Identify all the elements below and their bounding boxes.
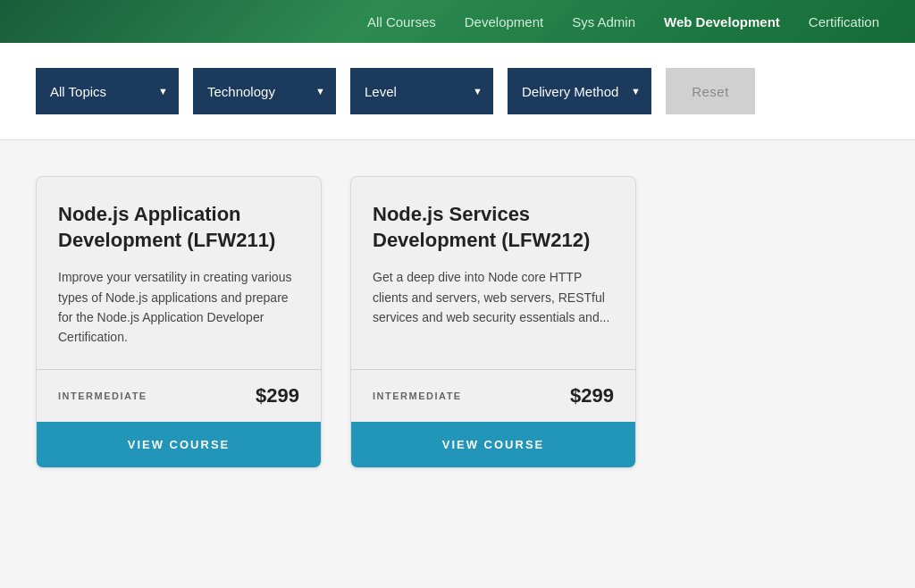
nav-development[interactable]: Development [465,4,543,40]
nav-web-development[interactable]: Web Development [664,4,780,40]
course-card-1: Node.js Application Development (LFW211)… [36,176,322,468]
filter-bar: All Topics Node.js JavaScript Technology… [0,43,915,140]
course-card-2: Node.js Services Development (LFW212) Ge… [350,176,636,468]
course-price-1: $299 [256,384,299,407]
nav-certification[interactable]: Certification [809,4,879,40]
level-select[interactable]: Level Beginner Intermediate Advanced [350,68,493,114]
card-body-2: Node.js Services Development (LFW212) Ge… [351,177,635,369]
card-body-1: Node.js Application Development (LFW211)… [37,177,321,369]
course-title-2: Node.js Services Development (LFW212) [373,202,614,253]
level-select-wrapper: Level Beginner Intermediate Advanced [350,68,493,114]
nav-sys-admin[interactable]: Sys Admin [572,4,635,40]
card-footer-1: INTERMEDIATE $299 [37,369,321,422]
view-course-button-1[interactable]: VIEW COURSE [37,422,321,467]
course-level-2: INTERMEDIATE [373,391,462,401]
course-desc-1: Improve your versatility in creating var… [58,267,299,348]
course-title-1: Node.js Application Development (LFW211) [58,202,299,253]
nav-all-courses[interactable]: All Courses [367,4,436,40]
view-course-button-2[interactable]: VIEW COURSE [351,422,635,467]
reset-button[interactable]: Reset [666,68,755,114]
course-level-1: INTERMEDIATE [58,391,147,401]
topics-select-wrapper: All Topics Node.js JavaScript [36,68,179,114]
topics-select[interactable]: All Topics Node.js JavaScript [36,68,179,114]
course-desc-2: Get a deep dive into Node core HTTP clie… [373,267,614,327]
card-footer-2: INTERMEDIATE $299 [351,369,635,422]
technology-select[interactable]: Technology Node.js JavaScript [193,68,336,114]
course-price-2: $299 [570,384,614,407]
delivery-select-wrapper: Delivery Method Online In-Person Virtual [508,68,651,114]
main-nav: All Courses Development Sys Admin Web De… [0,0,915,43]
delivery-select[interactable]: Delivery Method Online In-Person Virtual [508,68,651,114]
technology-select-wrapper: Technology Node.js JavaScript [193,68,336,114]
course-cards-area: Node.js Application Development (LFW211)… [0,140,915,504]
